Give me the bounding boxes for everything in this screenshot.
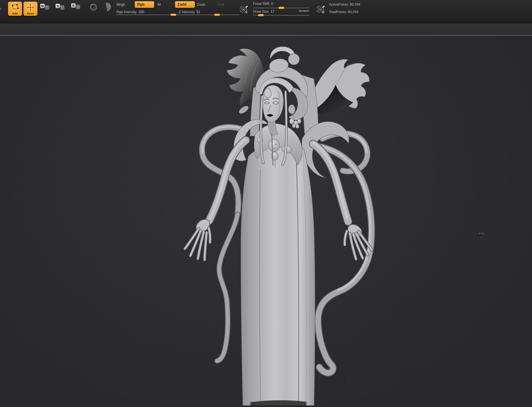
z-intensity-slider[interactable]: [178, 15, 240, 15]
edit-marquee-icon: [11, 4, 19, 10]
draw-button[interactable]: Draw: [23, 2, 38, 16]
clipped-label-fragment: n: [0, 7, 1, 11]
focal-shift-slider-handle[interactable]: [278, 7, 285, 9]
scale-badge: S: [56, 4, 60, 8]
z-intensity-slider-handle[interactable]: [214, 14, 220, 16]
focal-shift-value: 0: [271, 2, 273, 6]
rgb-intensity-slider[interactable]: [116, 15, 182, 15]
focal-shift-label: Focal Shift: [253, 2, 269, 6]
zadd-button[interactable]: Zadd: [175, 1, 195, 8]
stroke-selector-letter: S: [246, 10, 247, 14]
draw-size-slider[interactable]: [253, 15, 310, 16]
rgb-intensity-value: 100: [138, 10, 144, 14]
zadd-button-label: Zadd: [177, 2, 186, 7]
draw-size-selector-icon[interactable]: D: [316, 5, 325, 14]
z-intensity-value: 51: [196, 10, 200, 14]
rotate-icon: [76, 5, 80, 9]
material-sphere-icon[interactable]: [102, 2, 112, 12]
active-points-stat: ActivePoints: 80,294: [329, 2, 360, 7]
draw-size-slider-handle[interactable]: [258, 14, 264, 16]
rgb-intensity-slider-handle[interactable]: [170, 14, 177, 16]
draw-size-readout: Draw Size 17: [253, 10, 274, 14]
edit-button[interactable]: Edit: [8, 2, 22, 16]
rotate-badge: R: [71, 3, 76, 8]
m-button[interactable]: M: [158, 2, 161, 7]
rgb-button[interactable]: Rgb: [135, 1, 154, 8]
mrgb-button[interactable]: Mrgb: [117, 2, 125, 7]
rgb-intensity-readout: Rgb Intensity 100: [117, 10, 144, 14]
rotate-tool[interactable]: R Rotate: [71, 3, 81, 7]
z-intensity-readout: Z Intensity 51: [179, 10, 200, 14]
scale-tool[interactable]: S Scale: [55, 4, 65, 7]
focal-shift-readout: Focal Shift 0: [253, 2, 273, 6]
secondary-shelf: [0, 23, 532, 35]
scale-icon: [61, 6, 64, 10]
draw-size-label: Draw Size: [253, 10, 269, 14]
wire-sphere-icon[interactable]: [90, 3, 97, 11]
edit-button-label: Edit: [13, 12, 18, 15]
zcut-button[interactable]: Zcut: [217, 2, 224, 7]
total-points-stat: TotalPoints: 80,294: [329, 10, 358, 14]
draw-button-label: Draw: [27, 12, 34, 15]
draw-size-value: 17: [270, 10, 274, 14]
move-badge: M: [40, 4, 45, 8]
focal-shift-slider[interactable]: [253, 8, 310, 8]
top-shelf-toolbar: n Edit Draw M Move S Scale R Rotate: [0, 0, 532, 23]
sculpt-viewport[interactable]: [0, 36, 532, 407]
move-icon: [45, 6, 49, 10]
zsub-button[interactable]: Zsub: [197, 2, 205, 7]
shelf-divider: [0, 35, 532, 36]
draw-crosshair-icon: [26, 4, 34, 11]
rgb-button-label: Rgb: [137, 2, 144, 7]
stroke-selector-icon[interactable]: S: [239, 5, 248, 14]
rgb-intensity-label: Rgb Intensity: [117, 10, 136, 14]
move-tool[interactable]: M Move: [40, 4, 50, 7]
draw-size-selector-letter: D: [322, 10, 324, 14]
z-intensity-label: Z Intensity: [179, 10, 195, 14]
dynamic-mode-toggle[interactable]: Dynamic: [299, 10, 309, 12]
